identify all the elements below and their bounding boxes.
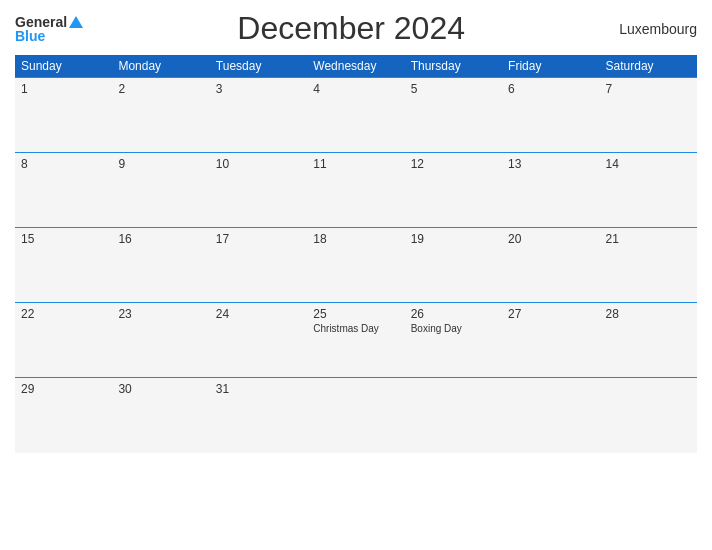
day-cell [405, 378, 502, 453]
day-number: 25 [313, 307, 398, 321]
day-cell [502, 378, 599, 453]
logo-triangle-icon [69, 16, 83, 28]
day-cell: 26Boxing Day [405, 303, 502, 378]
day-number: 18 [313, 232, 398, 246]
day-cell: 7 [600, 78, 697, 153]
week-row-3: 15161718192021 [15, 228, 697, 303]
day-cell: 14 [600, 153, 697, 228]
week-row-1: 1234567 [15, 78, 697, 153]
day-cell [307, 378, 404, 453]
day-number: 20 [508, 232, 593, 246]
day-number: 2 [118, 82, 203, 96]
day-cell: 19 [405, 228, 502, 303]
logo: General Blue [15, 15, 83, 43]
day-number: 11 [313, 157, 398, 171]
day-number: 31 [216, 382, 301, 396]
day-number: 17 [216, 232, 301, 246]
calendar-container: General Blue December 2024 Luxembourg Su… [0, 0, 712, 550]
day-number: 4 [313, 82, 398, 96]
day-number: 10 [216, 157, 301, 171]
day-cell: 18 [307, 228, 404, 303]
day-number: 15 [21, 232, 106, 246]
day-number: 16 [118, 232, 203, 246]
day-number: 3 [216, 82, 301, 96]
day-cell: 22 [15, 303, 112, 378]
day-cell: 6 [502, 78, 599, 153]
day-cell [600, 378, 697, 453]
day-number: 26 [411, 307, 496, 321]
day-cell: 12 [405, 153, 502, 228]
day-cell: 8 [15, 153, 112, 228]
day-number: 1 [21, 82, 106, 96]
day-cell: 30 [112, 378, 209, 453]
day-cell: 4 [307, 78, 404, 153]
col-monday: Monday [112, 55, 209, 78]
day-cell: 13 [502, 153, 599, 228]
day-number: 27 [508, 307, 593, 321]
logo-blue-text: Blue [15, 29, 45, 43]
day-cell: 11 [307, 153, 404, 228]
day-cell: 10 [210, 153, 307, 228]
day-number: 19 [411, 232, 496, 246]
day-cell: 9 [112, 153, 209, 228]
day-cell: 31 [210, 378, 307, 453]
day-cell: 24 [210, 303, 307, 378]
day-cell: 2 [112, 78, 209, 153]
holiday-name: Christmas Day [313, 323, 398, 334]
weekday-header-row: Sunday Monday Tuesday Wednesday Thursday… [15, 55, 697, 78]
day-number: 7 [606, 82, 691, 96]
day-number: 9 [118, 157, 203, 171]
day-number: 5 [411, 82, 496, 96]
col-wednesday: Wednesday [307, 55, 404, 78]
day-number: 8 [21, 157, 106, 171]
day-number: 24 [216, 307, 301, 321]
day-number: 6 [508, 82, 593, 96]
day-number: 28 [606, 307, 691, 321]
day-cell: 25Christmas Day [307, 303, 404, 378]
day-number: 21 [606, 232, 691, 246]
day-cell: 15 [15, 228, 112, 303]
day-cell: 3 [210, 78, 307, 153]
week-row-4: 22232425Christmas Day26Boxing Day2728 [15, 303, 697, 378]
month-title: December 2024 [83, 10, 619, 47]
logo-general-text: General [15, 15, 67, 29]
day-cell: 1 [15, 78, 112, 153]
col-friday: Friday [502, 55, 599, 78]
day-cell: 17 [210, 228, 307, 303]
day-number: 13 [508, 157, 593, 171]
day-number: 12 [411, 157, 496, 171]
day-number: 23 [118, 307, 203, 321]
country-label: Luxembourg [619, 21, 697, 37]
day-cell: 20 [502, 228, 599, 303]
calendar-table: Sunday Monday Tuesday Wednesday Thursday… [15, 55, 697, 453]
day-cell: 21 [600, 228, 697, 303]
week-row-5: 293031 [15, 378, 697, 453]
day-number: 30 [118, 382, 203, 396]
day-number: 14 [606, 157, 691, 171]
day-number: 29 [21, 382, 106, 396]
day-cell: 27 [502, 303, 599, 378]
week-row-2: 891011121314 [15, 153, 697, 228]
day-cell: 5 [405, 78, 502, 153]
col-thursday: Thursday [405, 55, 502, 78]
day-cell: 23 [112, 303, 209, 378]
day-cell: 28 [600, 303, 697, 378]
col-sunday: Sunday [15, 55, 112, 78]
col-tuesday: Tuesday [210, 55, 307, 78]
holiday-name: Boxing Day [411, 323, 496, 334]
col-saturday: Saturday [600, 55, 697, 78]
day-number: 22 [21, 307, 106, 321]
day-cell: 29 [15, 378, 112, 453]
day-cell: 16 [112, 228, 209, 303]
calendar-header: General Blue December 2024 Luxembourg [15, 10, 697, 47]
